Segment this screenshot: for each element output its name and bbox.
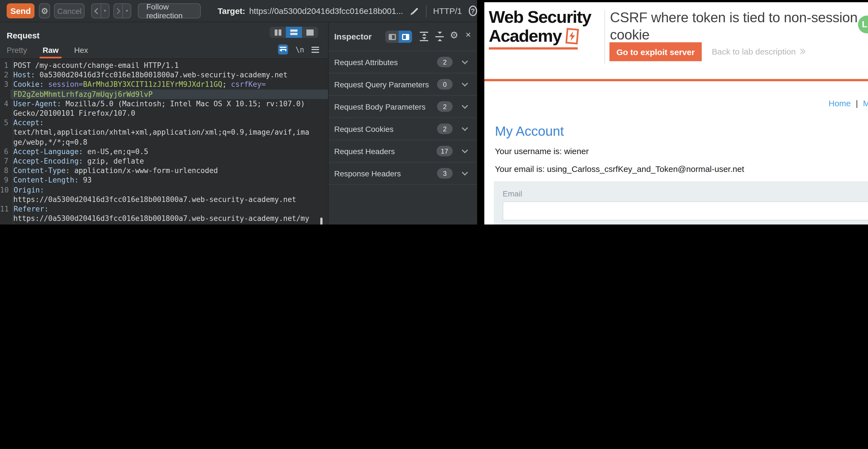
line-number: [0, 195, 10, 204]
web-security-academy-logo[interactable]: Web Security Academy: [489, 8, 591, 50]
chevron-down-icon[interactable]: [462, 170, 468, 176]
layout-single-button[interactable]: [302, 27, 318, 38]
line-number: [0, 214, 10, 223]
dock-right-button[interactable]: [399, 31, 412, 43]
editor-line[interactable]: Gecko/20100101 Firefox/107.0: [0, 109, 328, 118]
target-url: https://0a5300d20416d3fcc016e18b001...: [249, 6, 403, 16]
editor-line[interactable]: 9Content-Length: 93: [0, 176, 328, 185]
http-version-label[interactable]: HTTP/1: [433, 6, 462, 16]
editor-line[interactable]: 10Origin:: [0, 185, 328, 194]
change-email-form: Email Update email: [494, 181, 868, 224]
inspector-section-request-query-parameters[interactable]: Request Query Parameters 0: [329, 73, 477, 96]
request-scrollbar-thumb[interactable]: [320, 217, 322, 224]
go-to-exploit-server-button[interactable]: Go to exploit server: [610, 42, 702, 61]
inspector-section-request-body-parameters[interactable]: Request Body Parameters 2: [329, 96, 477, 118]
line-number: 6: [0, 147, 10, 156]
request-raw-editor[interactable]: 1POST /my-account/change-email HTTP/1.12…: [0, 58, 328, 224]
header-divider: [604, 10, 605, 63]
request-editor-icons: \n: [278, 44, 319, 55]
tab-pretty[interactable]: Pretty: [7, 46, 27, 55]
inspector-section-request-attributes[interactable]: Request Attributes 2: [329, 51, 477, 73]
editor-line[interactable]: text/html,application/xhtml+xml,applicat…: [0, 128, 328, 137]
editor-line[interactable]: ge/webp,*/*;q=0.8: [0, 137, 328, 147]
line-number: 4: [0, 99, 10, 109]
caret-down-icon[interactable]: ▾: [123, 8, 131, 13]
editor-line[interactable]: 11Referer:: [0, 204, 328, 214]
email-input[interactable]: [503, 202, 868, 220]
lightning-bolt-icon: [565, 28, 579, 44]
line-number: 10: [0, 185, 11, 194]
message-editor-column: Request Pretty Raw Hex \n: [0, 22, 328, 224]
editor-line[interactable]: 3Cookie: session=BArMhdJBY3XCIT11zJ1EYrM…: [0, 80, 328, 89]
count-badge: 17: [436, 146, 453, 156]
line-number: [0, 109, 10, 118]
section-label: Request Query Parameters: [334, 80, 429, 89]
line-number: 11: [0, 204, 11, 214]
window-gap: [477, 0, 484, 224]
editor-line[interactable]: https://0a5300d20416d3fcc016e18b001800a7…: [0, 214, 328, 223]
tab-raw[interactable]: Raw: [42, 46, 59, 55]
chevron-down-icon[interactable]: [462, 103, 468, 109]
line-number: 8: [0, 166, 10, 175]
edit-target-button[interactable]: [411, 5, 419, 17]
send-button[interactable]: Send: [7, 3, 34, 18]
line-number: [0, 89, 10, 99]
line-number: 5: [0, 118, 10, 127]
browser-window: Web Security Academy CSRF where token is…: [484, 0, 868, 224]
request-tabs: Pretty Raw Hex: [7, 46, 88, 55]
section-label: Response Headers: [334, 169, 401, 178]
chevron-down-icon[interactable]: [462, 125, 468, 131]
editor-line[interactable]: -account: [0, 223, 328, 224]
cancel-button[interactable]: Cancel: [54, 3, 85, 18]
editor-line[interactable]: https://0a5300d20416d3fcc016e18b001800a7…: [0, 195, 328, 204]
my-account-link-cut[interactable]: M: [863, 98, 868, 108]
inspector-section-response-headers[interactable]: Response Headers 3: [329, 162, 477, 185]
line-number: 2: [0, 70, 10, 80]
help-icon[interactable]: ?: [468, 6, 477, 16]
inspector-settings-icon[interactable]: ⚙: [450, 29, 459, 40]
target-bar: Target: https://0a5300d20416d3fcc016e18b…: [218, 6, 403, 16]
chevron-down-icon[interactable]: [462, 147, 468, 154]
tab-hex[interactable]: Hex: [74, 46, 88, 55]
line-number: [0, 223, 10, 224]
editor-line[interactable]: 6Accept-Language: en-US,en;q=0.5: [0, 147, 328, 156]
layout-columns-button[interactable]: [270, 27, 286, 38]
inspector-close-icon[interactable]: ×: [465, 29, 471, 40]
editor-line[interactable]: 4User-Agent: Mozilla/5.0 (Macintosh; Int…: [0, 99, 328, 109]
chevron-down-icon[interactable]: [462, 58, 468, 64]
section-label: Request Cookies: [334, 124, 394, 133]
editor-menu-icon[interactable]: [311, 47, 319, 53]
inspector-section-request-cookies[interactable]: Request Cookies 2: [329, 118, 477, 140]
inspector-panel: Inspector ⚙ × Request Attributes 2 Reque…: [328, 22, 477, 224]
line-number: 3: [0, 80, 10, 89]
back-button[interactable]: ▾: [91, 3, 110, 18]
forward-button[interactable]: ▾: [113, 3, 131, 18]
line-number: 1: [0, 61, 10, 70]
username-line: Your username is: wiener: [495, 146, 589, 156]
editor-line[interactable]: 2Host: 0a5300d20416d3fcc016e18b001800a7.…: [0, 70, 328, 80]
pencil-icon: [412, 8, 418, 14]
send-settings-button[interactable]: ⚙: [39, 3, 50, 18]
expand-all-icon[interactable]: [420, 32, 428, 41]
layout-rows-button[interactable]: [286, 27, 302, 38]
editor-line[interactable]: 5Accept:: [0, 118, 328, 127]
nav-separator: |: [856, 98, 858, 108]
editor-line[interactable]: 1POST /my-account/change-email HTTP/1.1: [0, 61, 328, 70]
caret-down-icon[interactable]: ▾: [101, 8, 109, 13]
chevron-down-icon[interactable]: [462, 81, 468, 87]
dock-left-button[interactable]: [385, 31, 399, 43]
editor-line[interactable]: FD2gZebMhmtLrhfazg7mUqyj6rWd9lvP: [0, 89, 328, 99]
inspector-section-request-headers[interactable]: Request Headers 17: [329, 140, 477, 162]
follow-redirection-button[interactable]: Follow redirection: [138, 3, 201, 18]
line-number: 9: [0, 176, 10, 185]
word-wrap-icon[interactable]: [278, 44, 288, 55]
count-badge: 3: [437, 168, 453, 179]
show-newlines-icon[interactable]: \n: [296, 46, 304, 54]
site-nav: Home | M: [829, 98, 868, 108]
home-link[interactable]: Home: [829, 98, 851, 108]
collapse-all-icon[interactable]: [435, 32, 444, 41]
editor-line[interactable]: 7Accept-Encoding: gzip, deflate: [0, 156, 328, 166]
back-to-lab-description-link[interactable]: Back to lab description: [712, 47, 805, 56]
line-number: 7: [0, 156, 10, 166]
editor-line[interactable]: 8Content-Type: application/x-www-form-ur…: [0, 166, 328, 175]
